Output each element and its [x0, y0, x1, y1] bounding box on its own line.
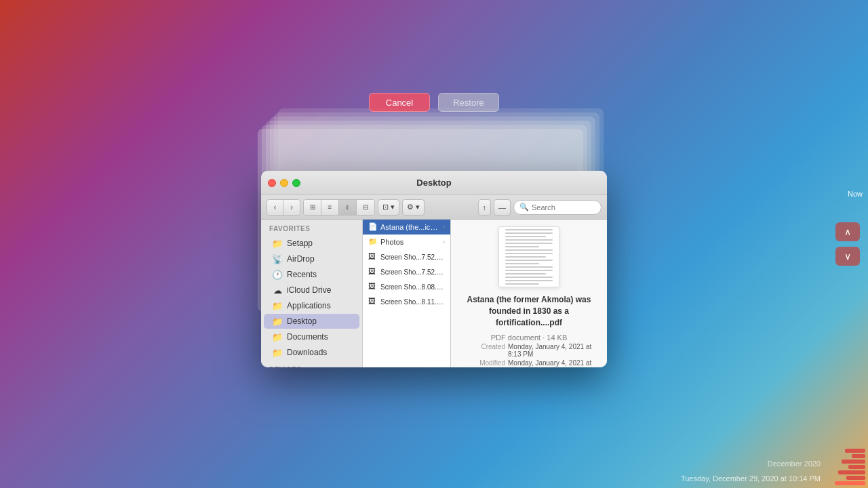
- recents-icon: 🕐: [272, 269, 283, 280]
- pdf-line: [505, 236, 546, 237]
- file-item-screenshot1[interactable]: 🖼 Screen Sho...7.52.32 PM: [363, 249, 450, 264]
- pdf-line: [505, 260, 553, 261]
- close-button[interactable]: [268, 179, 276, 187]
- pdf-line: [505, 229, 553, 230]
- sidebar-item-label: Desktop: [287, 317, 317, 326]
- documents-icon: 📁: [272, 331, 283, 342]
- cal-bar: [848, 465, 865, 469]
- file-arrow-icon: ›: [443, 224, 445, 230]
- pdf-line: [505, 273, 546, 274]
- minimize-button[interactable]: [280, 179, 288, 187]
- preview-title: Astana (the former Akmola) was founded i…: [458, 294, 600, 328]
- window-content: Favorites 📁 Setapp 📡 AirDrop 🕐 Recents ☁…: [261, 220, 607, 367]
- image-icon: 🖼: [368, 252, 378, 262]
- sidebar-item-desktop[interactable]: 📁 Desktop: [264, 314, 359, 329]
- search-box[interactable]: 🔍: [513, 200, 601, 215]
- sidebar-item-label: Downloads: [287, 348, 327, 357]
- modified-value: Monday, January 4, 2021 at 8:13 PM: [508, 359, 600, 367]
- pdf-line: [505, 263, 539, 264]
- sidebar-item-recents[interactable]: 🕐 Recents: [264, 267, 359, 282]
- image-icon: 🖼: [368, 267, 378, 277]
- toolbar: ‹ › ⊞ ≡ ⫾ ⊟ ⊡ ▾ ⚙ ▾ ↑ — 🔍: [261, 195, 607, 220]
- file-name: Screen Sho...8.11.17 PM: [380, 298, 445, 306]
- notification-scroll-up[interactable]: ∧: [835, 222, 860, 241]
- finder-window: Desktop ‹ › ⊞ ≡ ⫾ ⊟ ⊡ ▾ ⚙ ▾ ↑ — 🔍 Favori…: [261, 171, 607, 367]
- action-button[interactable]: ⚙ ▾: [402, 199, 425, 216]
- maximize-button[interactable]: [292, 179, 300, 187]
- window-title: Desktop: [416, 178, 451, 188]
- cancel-button[interactable]: Cancel: [369, 93, 430, 112]
- view-buttons: ⊞ ≡ ⫾ ⊟: [303, 199, 375, 216]
- search-input[interactable]: [532, 203, 586, 211]
- pdf-line: [505, 283, 539, 285]
- sidebar-item-label: Setapp: [287, 239, 313, 248]
- preview-panel: Astana (the former Akmola) was founded i…: [451, 220, 607, 367]
- modified-label: Modified: [458, 359, 505, 367]
- forward-button[interactable]: ›: [283, 200, 300, 215]
- desktop-icon: 📁: [272, 316, 283, 327]
- nav-buttons: ‹ ›: [267, 199, 300, 216]
- meta-modified-row: Modified Monday, January 4, 2021 at 8:13…: [458, 359, 600, 367]
- cal-bar: [845, 449, 865, 453]
- sidebar: Favorites 📁 Setapp 📡 AirDrop 🕐 Recents ☁…: [261, 220, 363, 367]
- file-name: Photos: [380, 238, 440, 246]
- pdf-line: [505, 239, 553, 241]
- pdf-line: [505, 232, 553, 234]
- column-view-button[interactable]: ⫾: [339, 200, 357, 215]
- date-month-label: December 2020: [768, 460, 821, 468]
- traffic-lights: [268, 179, 300, 187]
- pdf-line: [505, 277, 553, 278]
- sidebar-item-documents[interactable]: 📁 Documents: [264, 329, 359, 344]
- image-icon: 🖼: [368, 282, 378, 291]
- timestamp-label: Tuesday, December 29, 2020 at 10:14 PM: [681, 474, 821, 483]
- icon-view-button[interactable]: ⊞: [304, 200, 321, 215]
- list-view-button[interactable]: ≡: [321, 200, 339, 215]
- meta-type-row: PDF document · 14 KB: [458, 333, 600, 342]
- pdf-icon: 📄: [368, 222, 378, 232]
- group-button[interactable]: ⊡ ▾: [378, 199, 399, 216]
- notification-today-label: Now: [848, 190, 863, 198]
- cal-bar: [846, 476, 865, 480]
- airdrop-icon: 📡: [272, 253, 283, 264]
- notification-scroll-down[interactable]: ∨: [835, 247, 860, 266]
- sidebar-item-setapp[interactable]: 📁 Setapp: [264, 236, 359, 251]
- file-name: Screen Sho...8.08.25 PM: [380, 283, 445, 291]
- file-item-astana[interactable]: 📄 Astana (the...ication....pdf ›: [363, 220, 450, 235]
- sidebar-item-applications[interactable]: 📁 Applications: [264, 298, 359, 313]
- sidebar-item-label: iCloud Drive: [287, 285, 331, 295]
- image-icon: 🖼: [368, 297, 378, 306]
- cal-bar: [838, 470, 865, 474]
- sidebar-item-downloads[interactable]: 📁 Downloads: [264, 345, 359, 360]
- favorites-label: Favorites: [261, 220, 362, 235]
- sidebar-item-airdrop[interactable]: 📡 AirDrop: [264, 251, 359, 266]
- title-bar: Desktop: [261, 171, 607, 195]
- file-item-screenshot3[interactable]: 🖼 Screen Sho...8.08.25 PM: [363, 279, 450, 294]
- meta-created-row: Created Monday, January 4, 2021 at 8:13 …: [458, 343, 600, 358]
- downloads-icon: 📁: [272, 347, 283, 358]
- created-value: Monday, January 4, 2021 at 8:13 PM: [508, 343, 600, 358]
- pdf-line: [505, 253, 553, 254]
- cal-bar-today: [835, 481, 865, 485]
- pdf-line: [505, 249, 553, 251]
- pdf-line: [505, 243, 553, 244]
- sidebar-item-label: Recents: [287, 270, 317, 279]
- restore-button[interactable]: Restore: [438, 93, 499, 112]
- share-button[interactable]: ↑: [478, 199, 492, 216]
- file-name: Astana (the...ication....pdf: [380, 223, 440, 231]
- file-item-screenshot4[interactable]: 🖼 Screen Sho...8.11.17 PM: [363, 294, 450, 309]
- sidebar-item-label: Documents: [287, 332, 328, 342]
- file-name: Screen Sho...7.52.32 PM: [380, 253, 445, 261]
- pdf-preview-lines: [505, 227, 553, 287]
- edit-button[interactable]: —: [494, 199, 511, 216]
- preview-meta: PDF document · 14 KB Created Monday, Jan…: [458, 332, 600, 367]
- gallery-view-button[interactable]: ⊟: [357, 200, 374, 215]
- sidebar-item-icloud[interactable]: ☁ iCloud Drive: [264, 283, 359, 298]
- file-arrow-icon: ›: [443, 239, 445, 245]
- cal-bar: [842, 460, 865, 464]
- file-item-photos[interactable]: 📁 Photos ›: [363, 235, 450, 249]
- file-item-screenshot2[interactable]: 🖼 Screen Sho...7.52.38 PM: [363, 264, 450, 279]
- back-button[interactable]: ‹: [267, 200, 283, 215]
- setapp-icon: 📁: [272, 238, 283, 249]
- folder-icon: 📁: [368, 237, 378, 247]
- pdf-line: [505, 246, 539, 247]
